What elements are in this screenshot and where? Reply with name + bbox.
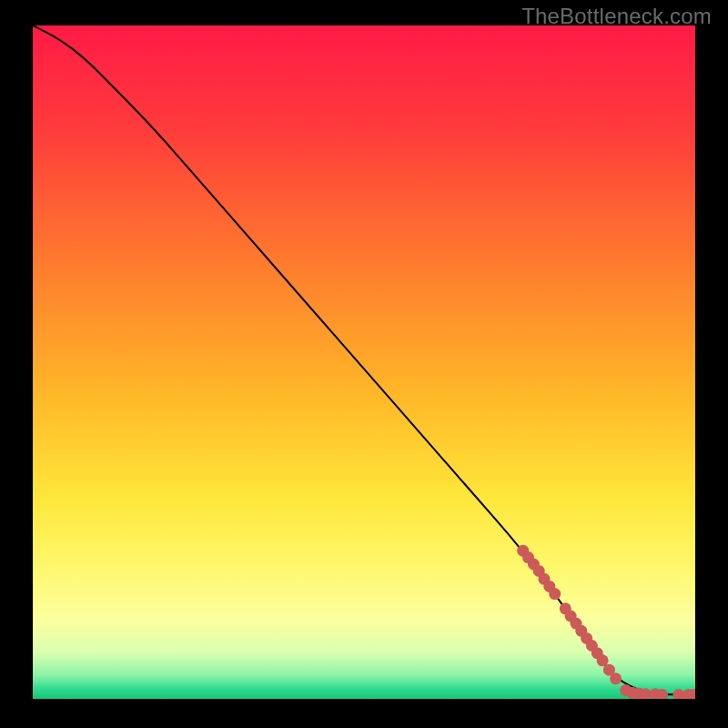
gradient-background xyxy=(33,25,695,699)
plot-area xyxy=(33,25,695,699)
chart-frame: TheBottleneck.com xyxy=(0,0,728,728)
watermark-text: TheBottleneck.com xyxy=(521,4,712,29)
data-marker xyxy=(549,588,561,600)
data-marker xyxy=(610,672,622,684)
chart-svg xyxy=(33,25,695,699)
